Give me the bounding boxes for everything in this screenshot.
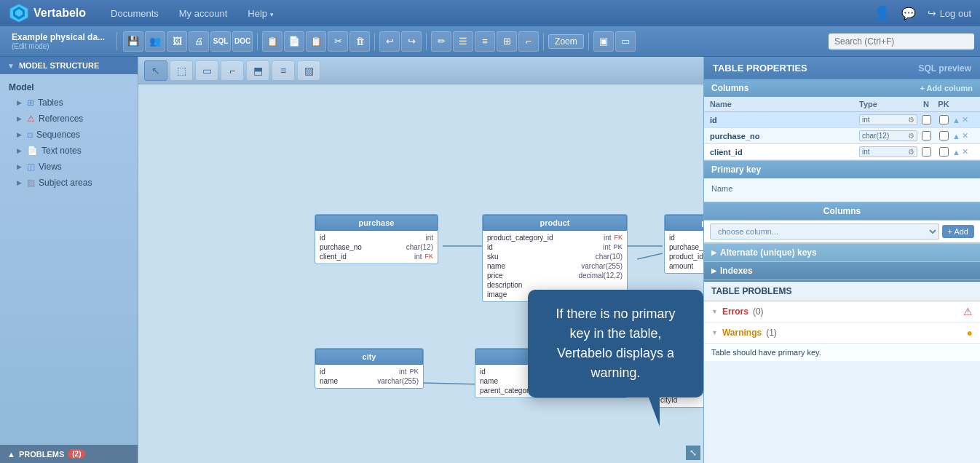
zoom-control[interactable]: Zoom [548, 34, 584, 49]
column-row-id[interactable]: id int ⚙ ▲ ✕ [704, 112, 980, 128]
merge-tool-button[interactable]: ⬒ [246, 60, 269, 81]
col-delete-purchase-no[interactable]: ✕ [962, 131, 968, 141]
sidebar-item-tables[interactable]: ▶ ⊞ Tables [3, 95, 135, 111]
cut-button[interactable]: ✂ [328, 31, 348, 52]
right-panel-header: TABLE PROPERTIES SQL preview [704, 57, 980, 79]
sidebar-collapse-arrow[interactable]: ▼ [7, 62, 15, 70]
col-type-gear-purchase-no[interactable]: ⚙ [908, 132, 914, 140]
col-move-up-id[interactable]: ▲ [952, 116, 960, 124]
expand-sequences[interactable]: ▶ [15, 130, 23, 139]
col-move-up-purchase-no[interactable]: ▲ [952, 132, 960, 141]
warning-circle-icon: ● [967, 327, 973, 339]
copy-button[interactable]: 📄 [284, 31, 304, 52]
user-icon[interactable]: 👤 [874, 5, 890, 21]
image-button[interactable]: 🖼 [167, 31, 187, 52]
sidebar-item-textnotes[interactable]: ▶ 📄 Text notes [3, 143, 135, 159]
expand-subject-areas[interactable]: ▶ [15, 178, 23, 187]
paste-button[interactable]: 📋 [306, 31, 326, 52]
purchase-item-table[interactable]: purchase_item idintPK purchase_idintFK p… [664, 214, 703, 274]
sidebar-item-references[interactable]: ▶ ⚠ References [3, 111, 135, 127]
col-type-gear-client-id[interactable]: ⚙ [908, 148, 914, 156]
relation-tool-button[interactable]: ⌐ [221, 60, 244, 81]
search-input[interactable] [829, 33, 974, 50]
save-button[interactable]: 💾 [123, 31, 143, 52]
col-pk-checkbox-client-id[interactable] [935, 147, 952, 157]
problems-panel[interactable]: ▲ PROBLEMS (2) [0, 445, 138, 463]
edit-button[interactable]: ✏ [431, 31, 451, 52]
redo-button[interactable]: ↪ [401, 31, 422, 52]
col-delete-client-id[interactable]: ✕ [962, 147, 968, 157]
share-button[interactable]: 👥 [145, 31, 165, 52]
product-table[interactable]: product product_category_idintFK idintPK… [482, 214, 628, 302]
doc-button[interactable]: DOC [232, 31, 253, 52]
primary-key-header[interactable]: Primary key [704, 161, 980, 178]
grid-button[interactable]: ⊞ [497, 31, 517, 52]
right-panel-scroll[interactable]: Columns + Add column Name Type N PK id i… [704, 79, 980, 463]
toolbar-sep-2 [374, 33, 375, 50]
col-n-checkbox-id[interactable] [917, 115, 935, 124]
column-type-client-id[interactable]: int ⚙ [859, 146, 917, 157]
tables-label: Tables [38, 98, 63, 108]
add-table-button[interactable]: 📋 [262, 31, 282, 52]
expand-textnotes[interactable]: ▶ [15, 146, 23, 155]
align-left-button[interactable]: ☰ [453, 31, 473, 52]
column-select[interactable]: choose column... [710, 223, 939, 240]
alternate-keys-section[interactable]: ▶ Alternate (unique) keys [704, 244, 980, 262]
column-name-client-id: client_id [710, 148, 859, 157]
column-type-purchase-no[interactable]: char(12) ⚙ [859, 130, 917, 141]
indexes-section[interactable]: ▶ Indexes [704, 262, 980, 280]
sidebar-item-subject-areas[interactable]: ▶ ▨ Subject areas [3, 175, 135, 191]
expand-tables[interactable]: ▶ [15, 98, 23, 107]
col-n-checkbox-client-id[interactable] [917, 147, 935, 157]
col-move-up-client-id[interactable]: ▲ [952, 148, 960, 157]
view-mode-1-button[interactable]: ▣ [593, 31, 614, 52]
column-row-purchase-no[interactable]: purchase_no char(12) ⚙ ▲ ✕ [704, 128, 980, 144]
col-pk-checkbox-id[interactable] [935, 115, 952, 124]
align-center-button[interactable]: ≡ [475, 31, 495, 52]
messages-icon[interactable]: 💬 [901, 7, 916, 20]
nav-my-account[interactable]: My account [176, 8, 230, 19]
col-pk-checkbox-purchase-no[interactable] [935, 131, 952, 141]
nav-documents[interactable]: Documents [108, 8, 162, 19]
sidebar-title: MODEL STRUCTURE [19, 61, 99, 70]
logo[interactable]: Vertabelo [9, 3, 86, 23]
column-row-client-id[interactable]: client_id int ⚙ ▲ ✕ [704, 144, 980, 160]
select-area-button[interactable]: ⬚ [170, 60, 193, 81]
corner-button[interactable]: ⌐ [518, 31, 539, 52]
undo-button[interactable]: ↩ [379, 31, 400, 52]
product-table-header: product [483, 215, 627, 231]
table-tool-button[interactable]: ▭ [195, 60, 218, 81]
col-type-gear[interactable]: ⚙ [908, 116, 914, 124]
add-column-button[interactable]: + Add column [920, 84, 973, 92]
city-table[interactable]: city idintPK namevarchar(255) [315, 348, 424, 389]
delete-button[interactable]: 🗑 [349, 31, 370, 52]
columns-section-header[interactable]: Columns + Add column [704, 79, 980, 97]
select-tool-button[interactable]: ↖ [144, 60, 167, 81]
sql-button[interactable]: SQL [210, 31, 231, 52]
canvas[interactable]: purchase idint purchase_nochar(12) clien… [138, 84, 703, 463]
table-row: purchase_nochar(12) [320, 242, 433, 252]
errors-row[interactable]: ▼ Errors (0) ⚠ [704, 301, 980, 322]
column-headers: Name Type N PK [704, 97, 980, 112]
logout-button[interactable]: ↪ Log out [928, 7, 971, 19]
pk-add-button[interactable]: + Add [942, 225, 974, 238]
nav-help[interactable]: Help ▾ [245, 8, 276, 19]
sidebar-item-sequences[interactable]: ▶ ⊡ Sequences [3, 127, 135, 143]
warnings-row[interactable]: ▼ Warnings (1) ● [704, 322, 980, 344]
sidebar-item-views[interactable]: ▶ ◫ Views [3, 159, 135, 175]
sidebar-header: ▼ MODEL STRUCTURE [0, 57, 138, 74]
note-tool-button[interactable]: ≡ [272, 60, 295, 81]
expand-views[interactable]: ▶ [15, 162, 23, 171]
sidebar-root: Model [3, 80, 135, 95]
col-n-checkbox-purchase-no[interactable] [917, 131, 935, 141]
nav-corner-button[interactable]: ⤡ [686, 446, 700, 460]
view-mode-2-button[interactable]: ▭ [615, 31, 636, 52]
sql-preview-button[interactable]: SQL preview [919, 63, 971, 74]
purchase-table[interactable]: purchase idint purchase_nochar(12) clien… [315, 214, 438, 264]
expand-references[interactable]: ▶ [15, 114, 23, 123]
print-button[interactable]: 🖨 [189, 31, 209, 52]
col-delete-id[interactable]: ✕ [962, 115, 968, 124]
toolbar-sep-4 [543, 33, 544, 50]
column-type-id[interactable]: int ⚙ [859, 114, 917, 125]
hatch-tool-button[interactable]: ▨ [297, 60, 320, 81]
